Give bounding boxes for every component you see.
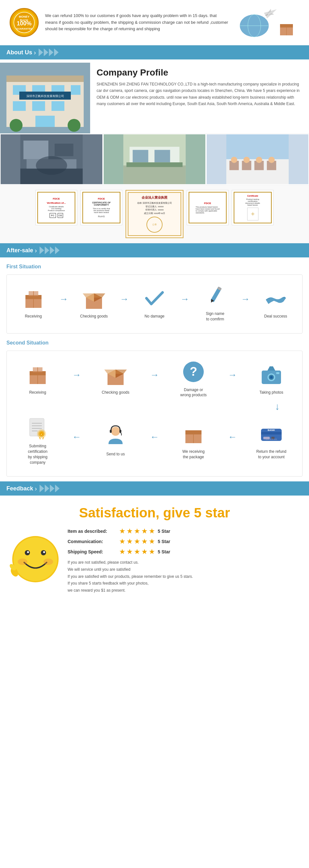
star10: ★ (149, 537, 155, 546)
aftersale-deco (39, 247, 60, 254)
svg-rect-24 (71, 85, 81, 95)
svg-rect-34 (24, 141, 49, 159)
receiving-icon2 (25, 362, 51, 387)
svg-rect-46 (226, 134, 289, 159)
arrow2: → (120, 294, 129, 304)
svg-marker-65 (83, 293, 94, 298)
arrow9: ← (150, 432, 159, 442)
arrow1: → (59, 294, 68, 304)
about-us-header[interactable]: About Us › (0, 45, 309, 59)
star13: ★ (134, 548, 140, 556)
flow-label-deal: Deal success (264, 314, 287, 319)
svg-point-53 (243, 157, 249, 163)
checking-icon1 (81, 285, 107, 311)
flow-item-checking2: Checking goods (100, 362, 132, 395)
star11: ★ (119, 548, 125, 556)
deal-icon (263, 285, 288, 311)
svg-rect-90 (261, 432, 282, 434)
office-img-1 (1, 134, 102, 184)
arrow4: → (241, 294, 250, 304)
flow-label-sendtous: Send to us (106, 452, 124, 457)
company-desc: SHENZHEN SHI ZHENG FAN TECHNOLOGY CO.,LT… (96, 81, 303, 107)
flow-item-sendtous: Send to us (100, 423, 132, 457)
flow-item-certification: ✓ Submiting certificationby shipping com… (22, 415, 54, 465)
first-flow-row: Receiving → Checking goods → (13, 280, 296, 325)
svg-point-99 (111, 427, 120, 436)
sendtous-icon (103, 423, 129, 449)
second-situation-title: Second Situation (0, 337, 309, 347)
satisfaction-content: Item as described: ★ ★ ★ ★ ★ 5 Star Comm… (10, 527, 299, 594)
office-img-3 (207, 134, 308, 184)
certificates-section: FDCE Verification of... Certificate deta… (0, 185, 309, 243)
arrow3: → (180, 294, 189, 304)
shipping-image (235, 6, 299, 38)
svg-point-117 (27, 551, 29, 553)
down-arrow-container: ↓ (13, 401, 296, 412)
cert-fdce2: FDCE The products listed herein have bee… (187, 190, 228, 225)
aftersale-label: After-sale (6, 247, 33, 254)
flow-item-nodamage: No damage (138, 285, 171, 319)
sign-icon (202, 283, 228, 309)
arrow5: → (72, 370, 81, 380)
rating-row-item: Item as described: ★ ★ ★ ★ ★ 5 Star (67, 527, 299, 535)
svg-marker-80 (116, 370, 127, 374)
flow-label-sign: Sign nameto comfirm (206, 311, 224, 322)
svg-marker-84 (268, 366, 275, 371)
feedback-label: Feedback (6, 485, 33, 492)
satisfaction-section: Satisfaction, give 5 star (0, 499, 309, 607)
rating-text-ship: 5 Star (158, 549, 170, 554)
svg-marker-79 (104, 370, 116, 374)
svg-rect-100 (110, 430, 112, 433)
svg-text:?: ? (190, 365, 197, 378)
flow-item-checking1: Checking goods (78, 285, 110, 319)
star12: ★ (127, 548, 133, 556)
smiley-face (10, 527, 61, 591)
cert-conformity: FDCE CERTIFICATE OFCONFORMITY This is to… (81, 190, 122, 225)
svg-text:GUARANTEE: GUARANTEE (16, 27, 32, 30)
star9: ★ (141, 537, 148, 546)
svg-rect-88 (276, 372, 279, 374)
rating-label-item: Item as described: (67, 529, 119, 534)
about-us-deco (38, 49, 59, 56)
flow-label-checking1: Checking goods (80, 314, 108, 319)
rating-label-ship: Shipping Speed: (67, 549, 119, 554)
arrow10: ← (72, 432, 81, 442)
feedback-chevron: › (35, 485, 37, 492)
flow-item-sign: Sign nameto comfirm (199, 283, 231, 322)
guarantee-section: MONEY BACK 100% GUARANTEE We can refund … (0, 0, 309, 45)
company-image: 深圳市正帆科技发展有限公司 (0, 63, 90, 133)
second-flow-row1: Receiving → Checking goods → (13, 356, 296, 401)
first-situation-title: First Situation (0, 260, 309, 271)
offices-row (0, 134, 309, 185)
flow-item-receiving2: Receiving (22, 362, 54, 395)
svg-rect-20 (6, 75, 84, 82)
star15: ★ (149, 548, 155, 556)
rating-row-ship: Shipping Speed: ★ ★ ★ ★ ★ 5 Star (67, 548, 299, 556)
feedback-header[interactable]: Feedback › (0, 482, 309, 496)
svg-point-29 (10, 119, 23, 132)
stars-comm: ★ ★ ★ ★ ★ (119, 537, 155, 546)
svg-rect-28 (35, 116, 55, 127)
svg-point-52 (231, 157, 237, 163)
rating-text-comm: 5 Star (158, 539, 170, 544)
aftersale-header[interactable]: After-sale › (0, 243, 309, 257)
first-situation-flow: Receiving → Checking goods → (6, 274, 303, 334)
svg-text:MONEY: MONEY (19, 15, 29, 18)
arrow8: ← (228, 432, 237, 442)
star4: ★ (141, 527, 148, 535)
checking-icon2 (103, 362, 129, 387)
flow-item-photos: Taking photos (255, 362, 287, 395)
svg-rect-40 (123, 165, 186, 184)
svg-rect-35 (55, 144, 74, 156)
svg-point-122 (44, 559, 53, 565)
rating-text-item: 5 Star (158, 529, 170, 534)
star3: ★ (134, 527, 140, 535)
flow-item-receiving-pkg: We receivingthe package (177, 421, 209, 460)
satisfaction-title: Satisfaction, give 5 star (10, 505, 299, 521)
flow-label-receiving2: Receiving (29, 390, 46, 395)
flow-item-deal: Deal success (259, 285, 291, 319)
arrow7: → (228, 370, 237, 380)
flow-item-receiving1: Receiving (18, 285, 50, 319)
ratings-block: Item as described: ★ ★ ★ ★ ★ 5 Star Comm… (67, 527, 299, 594)
svg-text:BANK: BANK (268, 429, 275, 432)
